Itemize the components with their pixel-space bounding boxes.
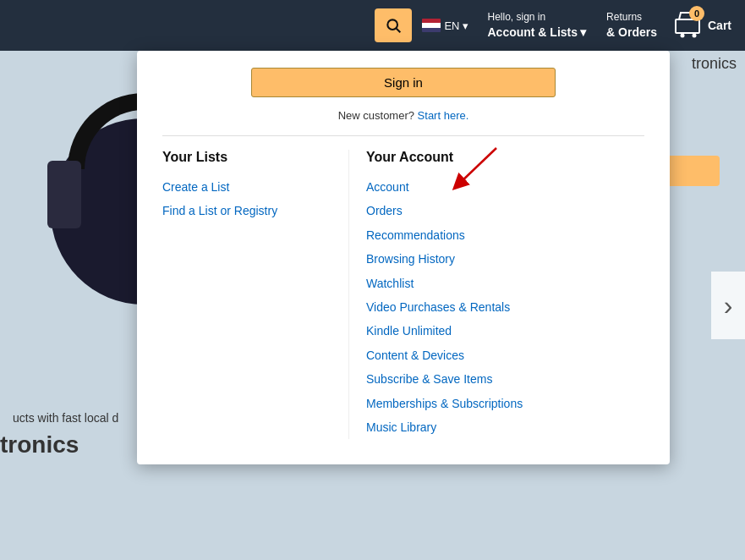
svg-point-4 [692, 33, 696, 37]
account-item-5[interactable]: Video Purchases & Rentals [366, 295, 644, 319]
account-lists-chevron-icon: ▾ [580, 25, 586, 40]
search-button[interactable] [375, 8, 412, 42]
account-item-2[interactable]: Recommendations [366, 223, 644, 247]
svg-line-1 [397, 29, 401, 33]
account-item-9[interactable]: Memberships & Subscriptions [366, 392, 644, 415]
cart-button[interactable]: 0 Cart [669, 8, 737, 44]
account-item-4[interactable]: Watchlist [366, 272, 644, 295]
account-lists-label: Account & Lists ▾ [487, 25, 586, 40]
hello-text: Hello, sign in [487, 11, 586, 25]
cart-label: Cart [708, 19, 731, 32]
svg-point-0 [388, 19, 398, 30]
cart-icon-wrap: 0 [674, 11, 704, 41]
account-dropdown-panel: Sign in New customer? Start here. Your L… [137, 51, 670, 464]
your-lists-column: Your Lists Create a List Find a List or … [162, 150, 348, 439]
account-item-10[interactable]: Music Library [366, 415, 644, 439]
returns-orders-button[interactable]: Returns & Orders [600, 7, 664, 44]
find-list-link[interactable]: Find a List or Registry [162, 199, 331, 222]
search-icon [385, 17, 402, 34]
returns-label: Returns [606, 10, 657, 25]
cart-count-badge: 0 [689, 6, 704, 21]
create-list-link[interactable]: Create a List [162, 175, 331, 199]
account-item-6[interactable]: Kindle Unlimited [366, 319, 644, 343]
language-selector[interactable]: EN ▾ [417, 15, 474, 36]
electronics-nav-label: tronics [692, 55, 737, 73]
carousel-next-button[interactable]: › [711, 272, 745, 339]
orders-label: & Orders [606, 25, 657, 41]
account-item-7[interactable]: Content & Devices [366, 343, 644, 367]
account-item-1[interactable]: Orders [366, 199, 644, 222]
electronics-bottom-label: tronics [0, 431, 79, 458]
your-lists-header: Your Lists [162, 150, 331, 165]
svg-point-3 [680, 33, 684, 37]
flag-icon [422, 19, 441, 32]
language-label: EN [444, 19, 459, 32]
new-customer-label: New customer? [338, 109, 414, 122]
fast-local-text: ucts with fast local d [13, 411, 118, 425]
lang-chevron-icon: ▾ [463, 19, 468, 32]
dropdown-top-section: Sign in New customer? Start here. [162, 68, 644, 122]
header: EN ▾ Hello, sign in Account & Lists ▾ Re… [0, 0, 745, 51]
start-here-link[interactable]: Start here. [418, 109, 469, 122]
new-customer-section: New customer? Start here. [338, 109, 469, 122]
account-item-3[interactable]: Browsing History [366, 247, 644, 271]
account-item-8[interactable]: Subscribe & Save Items [366, 367, 644, 391]
dropdown-columns: Your Lists Create a List Find a List or … [162, 135, 644, 439]
arrow-right-icon: › [724, 290, 733, 321]
svg-rect-2 [676, 19, 699, 33]
sign-in-button[interactable]: Sign in [251, 68, 556, 97]
red-arrow-icon [450, 144, 518, 195]
account-items-list: AccountOrdersRecommendationsBrowsing His… [366, 175, 644, 439]
account-lists-button[interactable]: Hello, sign in Account & Lists ▾ [479, 6, 594, 45]
arrow-indicator [450, 144, 518, 198]
svg-line-6 [458, 148, 496, 184]
